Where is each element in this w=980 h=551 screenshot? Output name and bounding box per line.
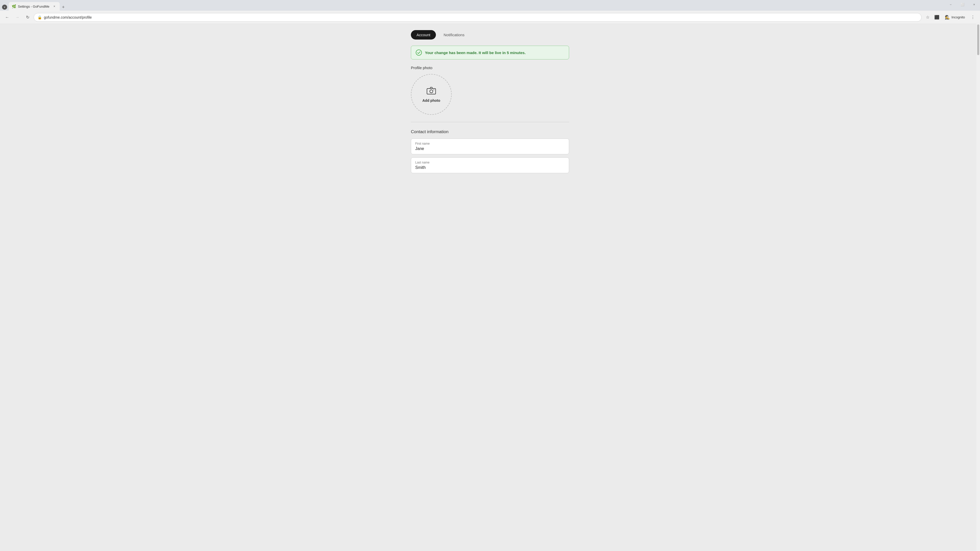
- first-name-value: Jane: [415, 146, 424, 151]
- scrollbar[interactable]: [977, 22, 980, 551]
- window-controls: − ⬜ ×: [945, 0, 980, 9]
- active-tab[interactable]: 🌿 Settings - GoFundMe ×: [9, 2, 60, 11]
- bookmark-btn[interactable]: ☆: [924, 13, 932, 21]
- first-name-field[interactable]: First name Jane: [411, 138, 569, 154]
- nav-actions: ☆ ⬛ 🕵 Incognito ⋮: [924, 13, 977, 21]
- close-btn[interactable]: ×: [968, 0, 980, 9]
- tab-favicon-icon: 🌿: [12, 4, 16, 8]
- svg-point-0: [416, 50, 422, 56]
- tab-title: Settings - GoFundMe: [18, 5, 50, 8]
- success-banner: Your change has been made. It will be li…: [411, 46, 569, 59]
- forward-btn[interactable]: →: [13, 13, 21, 21]
- back-btn[interactable]: ←: [3, 13, 11, 21]
- last-name-label: Last name: [415, 161, 565, 164]
- profile-photo-label: Profile photo: [411, 65, 569, 70]
- success-message: Your change has been made. It will be li…: [425, 51, 526, 55]
- contact-info-section: Contact information First name Jane Last…: [411, 129, 569, 173]
- add-photo-btn[interactable]: Add photo: [411, 74, 452, 115]
- svg-point-2: [430, 90, 433, 93]
- restore-btn[interactable]: ⬜: [956, 0, 968, 9]
- svg-point-3: [434, 89, 434, 90]
- first-name-label: First name: [415, 142, 565, 145]
- minimize-btn[interactable]: −: [945, 0, 956, 9]
- scrollbar-thumb[interactable]: [977, 24, 979, 55]
- page-content: Account Notifications Your change has be…: [0, 24, 980, 551]
- sidebar-btn[interactable]: ⬛: [933, 13, 941, 21]
- navigation-bar: ← → ↻ 🔒 gofundme.com/account/profile ☆ ⬛…: [0, 11, 980, 24]
- settings-container: Account Notifications Your change has be…: [411, 30, 569, 176]
- new-tab-btn[interactable]: +: [60, 3, 67, 11]
- add-photo-label: Add photo: [422, 98, 440, 103]
- last-name-value: Smith: [415, 165, 426, 170]
- incognito-btn[interactable]: 🕵 Incognito: [942, 14, 968, 21]
- url-text: gofundme.com/account/profile: [44, 15, 918, 19]
- incognito-icon: 🕵: [945, 15, 950, 20]
- tab-notifications[interactable]: Notifications: [438, 30, 470, 40]
- incognito-label: Incognito: [951, 15, 965, 19]
- last-name-field[interactable]: Last name Smith: [411, 157, 569, 173]
- tab-account[interactable]: Account: [411, 30, 436, 40]
- tab-switcher-btn[interactable]: ▾: [2, 5, 7, 10]
- tab-close-btn[interactable]: ×: [52, 4, 57, 9]
- camera-icon: [427, 86, 436, 97]
- contact-info-title: Contact information: [411, 129, 569, 135]
- reload-btn[interactable]: ↻: [24, 13, 32, 21]
- lock-icon: 🔒: [38, 15, 42, 19]
- browser-chrome: ▾ 🌿 Settings - GoFundMe × + − ⬜ × ← → ↻ …: [0, 0, 980, 24]
- more-menu-btn[interactable]: ⋮: [969, 13, 977, 21]
- svg-rect-1: [427, 89, 436, 94]
- profile-photo-section: Profile photo Add photo: [411, 65, 569, 115]
- address-bar[interactable]: 🔒 gofundme.com/account/profile: [34, 13, 921, 22]
- settings-tabs: Account Notifications: [411, 30, 569, 40]
- success-check-icon: [416, 49, 422, 56]
